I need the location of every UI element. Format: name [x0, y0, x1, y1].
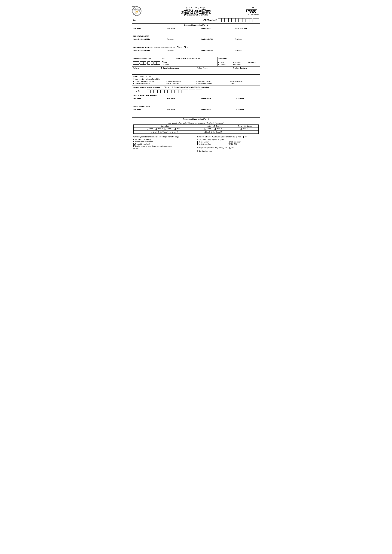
pwd-no-checkbox[interactable]: [147, 76, 148, 77]
ae-secondary-option[interactable]: A&E Secondary: [228, 141, 257, 143]
als-shs-option[interactable]: ALS SHS: [228, 143, 257, 145]
four-ps-box-7[interactable]: [168, 90, 171, 93]
bd-m1[interactable]: [133, 62, 136, 65]
four-ps-id-boxes[interactable]: [147, 90, 202, 93]
kinder-option[interactable]: Kinder: [147, 128, 153, 130]
lrn-box-10[interactable]: [249, 18, 252, 22]
completed-no-checkbox[interactable]: [229, 147, 231, 148]
female-checkbox[interactable]: [162, 64, 163, 65]
basic-literacy-option[interactable]: Basic Literacy: [197, 141, 227, 143]
visual-checkbox[interactable]: [165, 83, 167, 84]
autism-checkbox[interactable]: [133, 81, 135, 82]
misc-pay-option[interactable]: Unable to pay for miscellaneous and othe…: [133, 145, 195, 147]
intellectual-checkbox[interactable]: [133, 83, 135, 84]
grade8-checkbox[interactable]: [204, 131, 206, 133]
grade11-checkbox[interactable]: [240, 128, 242, 130]
four-ps-box-2[interactable]: [150, 90, 154, 93]
als-shs-checkbox[interactable]: [228, 143, 230, 145]
autism-option[interactable]: Autism Spectrum Disorder: [133, 81, 163, 82]
solo-parent-option[interactable]: Solo Parent: [246, 62, 258, 63]
separated-checkbox[interactable]: [232, 62, 234, 63]
ae-secondary-checkbox[interactable]: [228, 141, 230, 143]
bd-y1[interactable]: [147, 62, 150, 65]
bd-y4[interactable]: [157, 62, 160, 65]
als-yes-checkbox[interactable]: [236, 136, 238, 138]
grade9-option[interactable]: Grade 9: [214, 128, 222, 130]
four-ps-box-12[interactable]: [185, 90, 189, 93]
lrn-box-7[interactable]: [239, 18, 242, 22]
bd-d2[interactable]: [143, 62, 146, 65]
four-ps-yes-checkbox[interactable]: [164, 87, 166, 88]
grade4-checkbox[interactable]: [160, 131, 162, 133]
solo-parent-checkbox[interactable]: [246, 62, 247, 63]
hearing-option[interactable]: Hearing Impairment: [165, 81, 194, 82]
widower-option[interactable]: Widow/er: [232, 63, 244, 65]
lrn-box-6[interactable]: [235, 18, 238, 22]
four-ps-box-1[interactable]: [147, 90, 150, 93]
four-ps-box-11[interactable]: [182, 90, 185, 93]
completed-yes-option[interactable]: Yes: [223, 147, 227, 148]
grade6-checkbox[interactable]: [170, 131, 171, 133]
misc-pay-checkbox[interactable]: [133, 145, 135, 147]
no-school-option[interactable]: No school in Barangay: [133, 139, 195, 140]
als-no-option[interactable]: No: [243, 136, 247, 138]
grade7-option[interactable]: Grade 7: [204, 128, 212, 130]
lrn-box-2[interactable]: [221, 18, 225, 22]
lrn-box-3[interactable]: [225, 18, 228, 22]
multiple-checkbox[interactable]: [196, 83, 198, 84]
widower-checkbox[interactable]: [232, 64, 234, 65]
four-ps-box-5[interactable]: [161, 90, 164, 93]
female-option[interactable]: Female: [162, 64, 173, 66]
grade2-checkbox[interactable]: [151, 131, 152, 133]
grade9-checkbox[interactable]: [214, 128, 216, 130]
perm-no-checkbox[interactable]: [184, 46, 186, 48]
grade11-option[interactable]: Grade 11: [240, 128, 249, 130]
others-option[interactable]: Others: [228, 83, 257, 84]
lrn-box-5[interactable]: [232, 18, 235, 22]
als-yes-option[interactable]: Yes: [236, 136, 241, 138]
ae-elementary-checkbox[interactable]: [197, 143, 199, 145]
lrn-box-12[interactable]: [256, 18, 259, 22]
married-option[interactable]: Married: [218, 63, 231, 65]
learning-checkbox[interactable]: [196, 81, 198, 82]
no-school-checkbox[interactable]: [133, 139, 135, 140]
four-ps-no-option[interactable]: No: [133, 90, 146, 92]
physical-option[interactable]: Physical Disability: [228, 81, 257, 82]
hearing-checkbox[interactable]: [165, 81, 167, 82]
pwd-no-option[interactable]: No: [147, 76, 151, 77]
four-ps-no-checkbox[interactable]: [136, 90, 137, 92]
pwd-yes-checkbox[interactable]: [139, 76, 141, 77]
lrn-box-9[interactable]: [246, 18, 249, 22]
learning-option[interactable]: Learning Disability: [196, 81, 226, 82]
grade3-option[interactable]: Grade 3: [165, 128, 172, 130]
male-option[interactable]: Male: [162, 62, 173, 63]
grade8-option[interactable]: Grade 8: [204, 131, 212, 133]
intellectual-option[interactable]: Intellectual Disability: [133, 83, 163, 84]
ae-elementary-option[interactable]: A&E Elementary: [197, 143, 227, 145]
four-ps-box-9[interactable]: [175, 90, 178, 93]
single-option[interactable]: Single: [218, 62, 231, 63]
bd-y3[interactable]: [154, 62, 157, 65]
lrn-box-4[interactable]: [228, 18, 231, 22]
four-ps-box-6[interactable]: [164, 90, 168, 93]
four-ps-box-16[interactable]: [199, 90, 202, 93]
four-ps-box-3[interactable]: [154, 90, 157, 93]
grade5-checkbox[interactable]: [174, 128, 176, 130]
grade10-checkbox[interactable]: [214, 131, 215, 133]
grade10-option[interactable]: Grade 10: [214, 131, 222, 133]
completed-yes-checkbox[interactable]: [223, 147, 224, 148]
four-ps-box-8[interactable]: [171, 90, 175, 93]
help-family-checkbox[interactable]: [133, 143, 135, 145]
if-no-line[interactable]: [214, 150, 259, 152]
grade5-option[interactable]: Grade 5: [174, 128, 182, 130]
four-ps-box-10[interactable]: [178, 90, 182, 93]
lrn-box-1[interactable]: [218, 18, 221, 22]
four-ps-box-14[interactable]: [192, 90, 195, 93]
perm-no-option[interactable]: No: [184, 46, 188, 48]
lrn-box-8[interactable]: [242, 18, 245, 22]
four-ps-box-4[interactable]: [157, 90, 161, 93]
separated-option[interactable]: Separated: [232, 62, 244, 63]
help-family-option[interactable]: Needed to help family: [133, 143, 195, 145]
lrn-box-11[interactable]: [253, 18, 256, 22]
grade7-checkbox[interactable]: [204, 128, 206, 130]
